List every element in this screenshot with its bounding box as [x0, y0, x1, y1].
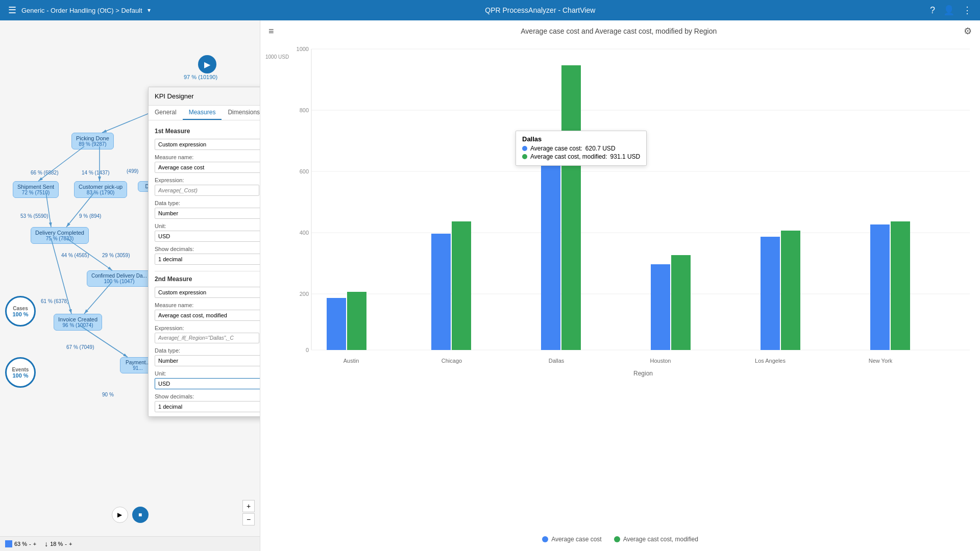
app-title: QPR ProcessAnalyzer - ChartView	[485, 6, 595, 14]
measure1-type-select[interactable]: Custom expression	[155, 139, 260, 150]
measure2-type-select[interactable]: Custom expression	[155, 287, 260, 298]
events-circle: Events 100 %	[5, 357, 36, 388]
tooltip-row2-value: 931.1 USD	[610, 153, 641, 160]
la-bar-green	[781, 231, 800, 350]
zoom-out-button[interactable]: −	[242, 513, 255, 525]
chart-menu-icon[interactable]: ≡	[268, 26, 274, 37]
stat-67: 67 % (7049)	[66, 344, 94, 350]
start-node[interactable]: ▶	[198, 55, 216, 73]
svg-text:1000: 1000	[297, 46, 309, 52]
kpi-designer-title: KPI Designer	[155, 92, 194, 100]
play-button[interactable]: ▶	[112, 507, 128, 523]
measure1-expr-row: Edit	[155, 185, 260, 196]
tooltip-row1-value: 620.7 USD	[585, 145, 616, 152]
measure1-name-label: Measure name:	[155, 154, 260, 160]
kpi-body: 1st Measure Custom expression Measure na…	[149, 120, 260, 416]
measure2-datatype-label: Data type:	[155, 347, 260, 354]
tab-dimensions[interactable]: Dimensions	[222, 106, 260, 120]
legend-plus2[interactable]: +	[69, 541, 72, 547]
measure1-datatype-label: Data type:	[155, 200, 260, 206]
zoom-in-button[interactable]: +	[242, 500, 255, 512]
svg-text:400: 400	[300, 230, 309, 236]
kpi-designer-modal: KPI Designer ✕ General Measures Dimensio…	[148, 87, 260, 417]
measure2-decimals-select[interactable]: 1 decimal	[155, 401, 260, 412]
svg-text:Houston: Houston	[650, 358, 671, 364]
node-confirmed[interactable]: Confirmed Delivery Da... 100 % (1047)	[87, 270, 152, 287]
tooltip-row2: Average cast cost, modified: 931.1 USD	[522, 153, 640, 160]
svg-line-2	[38, 146, 84, 181]
svg-text:Dallas: Dallas	[549, 358, 565, 364]
stat-9: 9 % (894)	[79, 213, 101, 219]
cases-label: Cases	[13, 306, 28, 311]
measure2-name-label: Measure name:	[155, 302, 260, 308]
measure1-expr-input[interactable]	[155, 185, 259, 196]
stop-button[interactable]: ■	[132, 507, 149, 523]
la-bar-blue	[761, 237, 780, 350]
node-invoice[interactable]: Invoice Created 96 % (10074)	[54, 314, 102, 331]
tab-general[interactable]: General	[149, 106, 183, 120]
tab-measures[interactable]: Measures	[183, 106, 222, 120]
ny-bar-blue	[870, 224, 890, 350]
svg-text:200: 200	[300, 291, 309, 297]
help-icon[interactable]: ?	[930, 5, 935, 16]
topbar-left: ☰ Generic - Order Handling (OtC) > Defau…	[8, 5, 151, 16]
stat-499: (499)	[127, 168, 138, 174]
austin-bar-green	[347, 292, 366, 350]
kpi-designer-header: KPI Designer ✕	[149, 87, 260, 106]
chart-area: 1000 USD 1000 800 600 400 200 0	[260, 39, 980, 532]
more-icon[interactable]: ⋮	[963, 5, 972, 16]
events-pct: 100 %	[12, 372, 28, 379]
top-stat: 97 % (10190)	[184, 74, 217, 80]
zoom-controls: + −	[242, 500, 255, 525]
main-layout: ▶ 97 % (10190) Picking Done 89 % (9287) …	[0, 20, 980, 551]
stat-90: 90 %	[102, 392, 114, 397]
legend-dot-green	[614, 536, 620, 542]
user-icon[interactable]: 👤	[943, 5, 954, 16]
measure2-expr-input[interactable]	[155, 333, 259, 343]
tooltip-dot-blue	[522, 146, 527, 151]
stat-29: 29 % (3059)	[102, 253, 130, 258]
breadcrumb[interactable]: Generic - Order Handling (OtC) > Default	[21, 7, 142, 14]
measure2-unit-label: Unit:	[155, 370, 260, 377]
measure2-unit-input[interactable]	[155, 378, 260, 389]
measure2-name-input[interactable]	[155, 310, 260, 321]
legend-down: ↓ 18 % - +	[44, 540, 72, 548]
chart-svg: 1000 800 600 400 200 0 Austin Chicago Da…	[291, 44, 970, 391]
events-label: Events	[12, 367, 29, 372]
topbar: ☰ Generic - Order Handling (OtC) > Defau…	[0, 0, 980, 20]
play-icon: ▶	[204, 60, 210, 69]
legend-item1: Average case cost	[542, 536, 602, 543]
legend-pct2: 18 %	[50, 541, 63, 547]
measure1-decimals-select[interactable]: 1 decimal	[155, 254, 260, 265]
node-picking[interactable]: Picking Done 89 % (9287)	[71, 133, 114, 149]
left-panel: ▶ 97 % (10190) Picking Done 89 % (9287) …	[0, 20, 260, 551]
measure2-datatype-select[interactable]: Number	[155, 355, 260, 366]
legend-label2: Average cast cost, modified	[623, 536, 698, 543]
ny-bar-green	[891, 221, 910, 350]
legend-minus1[interactable]: -	[29, 541, 31, 547]
svg-text:Austin: Austin	[344, 358, 359, 364]
legend-dot-blue	[542, 536, 548, 542]
svg-text:Region: Region	[633, 370, 653, 377]
chart-header: ≡ Average case cost and Average cast cos…	[260, 20, 980, 39]
legend-plus1[interactable]: +	[33, 541, 36, 547]
dropdown-icon[interactable]: ▾	[148, 7, 151, 14]
austin-bar-blue	[327, 298, 346, 350]
chart-settings-icon[interactable]: ⚙	[964, 26, 972, 37]
chicago-bar-green	[452, 221, 471, 350]
houston-bar-blue	[651, 264, 670, 350]
dallas-bar-green	[561, 65, 581, 350]
measure1-name-input[interactable]	[155, 162, 260, 173]
chicago-bar-blue	[431, 234, 451, 350]
legend-label1: Average case cost	[551, 536, 602, 543]
measure1-unit-input[interactable]	[155, 231, 260, 242]
svg-text:New York: New York	[869, 358, 893, 364]
node-shipment[interactable]: Shipment Sent 72 % (7510)	[13, 181, 59, 198]
node-customer[interactable]: Customer pick-up 83 % (1790)	[74, 181, 127, 198]
menu-icon[interactable]: ☰	[8, 5, 16, 16]
measure1-datatype-select[interactable]: Number	[155, 208, 260, 219]
legend-pct1: 63 %	[14, 541, 27, 547]
legend-minus2[interactable]: -	[65, 541, 67, 547]
topbar-right: ? 👤 ⋮	[930, 5, 972, 16]
node-delivery[interactable]: Delivery Completed 75 % (7833)	[31, 227, 89, 244]
